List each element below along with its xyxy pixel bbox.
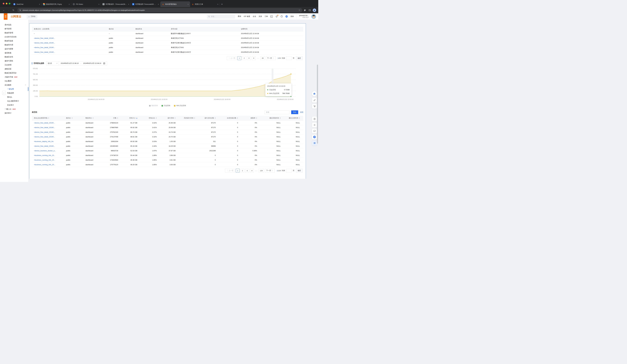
- page-number-button[interactable]: 1: [238, 56, 241, 60]
- sidebar-item[interactable]: 数据库管理: [0, 31, 28, 35]
- sidebar-item[interactable]: 参数设置: [0, 67, 28, 71]
- sortable-column-header[interactable]: 数据库名: [84, 116, 103, 120]
- browser-tab[interactable]: 时序数据库（TimescaleDB）- ×: [101, 1, 131, 7]
- nav-link[interactable]: ICP 备案: [244, 15, 250, 18]
- sidebar-item[interactable]: 大版本升级 NEW: [0, 75, 28, 79]
- next-page-button[interactable]: 下一页〉: [265, 169, 275, 172]
- sort-icon[interactable]: [299, 117, 300, 119]
- browser-tab[interactable]: RDS管理控制台 ×: [160, 1, 190, 7]
- table-name-link[interactable]: +device_flow_detail_20240...: [34, 47, 55, 49]
- tab-close-icon[interactable]: ×: [188, 3, 189, 5]
- address-bar[interactable]: rdsnext.console.aliyun.com/detail/pgm-2z…: [17, 8, 302, 12]
- sortable-column-header[interactable]: 空间大小: [121, 116, 141, 120]
- site-permissions-icon[interactable]: [19, 9, 21, 11]
- tab-close-icon[interactable]: ×: [158, 3, 159, 5]
- table-name-link[interactable]: +business_running_info_20...: [34, 164, 55, 165]
- goto-page-input[interactable]: [286, 56, 292, 60]
- tablespace-search-input[interactable]: [264, 110, 289, 114]
- products-menu-button[interactable]: [4, 13, 7, 20]
- last-page-button[interactable]: 28: [261, 56, 265, 60]
- language-switch[interactable]: 简体: [290, 15, 294, 18]
- sort-icon[interactable]: [280, 117, 281, 119]
- export-button[interactable]: 导出: [291, 110, 298, 114]
- side-panel-icon[interactable]: [308, 9, 312, 11]
- sortable-column-header[interactable]: 行数: [103, 116, 121, 120]
- back-button[interactable]: ←: [2, 9, 6, 11]
- sidebar-item[interactable]: 数据库代理: [0, 43, 28, 47]
- time-range-select[interactable]: 近1天: [46, 61, 59, 65]
- cloudshell-icon[interactable]: [270, 15, 273, 18]
- window-zoom-button[interactable]: [9, 3, 10, 4]
- legend-item[interactable]: 日志空间: [161, 104, 170, 107]
- sort-icon[interactable]: [48, 117, 49, 119]
- sidebar-item[interactable]: 慢SQL: [0, 95, 28, 99]
- sidebar-item[interactable]: 监控与报警: [0, 47, 28, 51]
- legend-item[interactable]: 数据空间: [149, 104, 158, 107]
- date-range-picker[interactable]: 2024年8月11日 22:36:10 - 2024年8月12日 22:36:1…: [59, 61, 107, 65]
- sortable-column-header[interactable]: 索引空间: [160, 116, 179, 120]
- bookmark-star-icon[interactable]: ☆: [299, 9, 300, 11]
- chat-button[interactable]: [312, 128, 317, 133]
- table-name-link[interactable]: +device_flow_detail_20240...: [34, 37, 55, 39]
- table-name-link[interactable]: +device_business_docker_a...: [34, 150, 56, 152]
- sidebar-item[interactable]: 数据库连接: [0, 39, 28, 43]
- browser-tab[interactable]: NextChat ×: [12, 1, 42, 7]
- table-name-link[interactable]: +business_running_info_20...: [34, 155, 55, 156]
- sortable-column-header[interactable]: 表名(点击查看详情): [32, 116, 64, 120]
- sort-icon[interactable]: [175, 117, 176, 119]
- nav-link[interactable]: 企业: [253, 15, 256, 18]
- table-name-link[interactable]: +device_flow_detail_20240...: [34, 136, 55, 138]
- trend-line-chart[interactable]: 0.0G195.3G390.6G585.9G781.3G976.6G2024年8…: [32, 66, 303, 104]
- sort-icon[interactable]: [72, 117, 73, 119]
- sort-icon[interactable]: [156, 117, 157, 119]
- document-button[interactable]: [312, 116, 317, 121]
- sort-icon[interactable]: [194, 117, 195, 119]
- page-number-button[interactable]: 2: [242, 56, 246, 60]
- sort-icon[interactable]: [93, 117, 94, 119]
- url-text[interactable]: rdsnext.console.aliyun.com/detail/pgm-2z…: [22, 9, 297, 11]
- sortable-column-header[interactable]: 空间占比: [141, 116, 160, 120]
- sort-icon[interactable]: [117, 117, 118, 119]
- sidebar-item[interactable]: 日志管理: [0, 63, 28, 67]
- apps-grid-button[interactable]: [312, 141, 317, 146]
- sortable-column-header[interactable]: 最近分析时间: [284, 116, 303, 120]
- tab-close-icon[interactable]: ×: [128, 3, 129, 5]
- table-name-link[interactable]: +business_deploy_info_his: [34, 141, 53, 142]
- cart-button[interactable]: [312, 104, 317, 109]
- feedback-pencil-button[interactable]: [312, 98, 317, 103]
- page-number-button[interactable]: 4: [252, 56, 256, 60]
- sidebar-item[interactable]: 备份恢复: [0, 51, 28, 55]
- global-search[interactable]: [207, 14, 235, 19]
- extensions-puzzle-icon[interactable]: [303, 9, 307, 11]
- table-name-link[interactable]: +device_flow_detail_20240...: [34, 127, 55, 128]
- tab-close-icon[interactable]: ×: [99, 3, 100, 5]
- prev-page-button[interactable]: 〈上一页: [227, 56, 237, 60]
- last-page-button[interactable]: 129: [259, 169, 264, 172]
- user-avatar[interactable]: [311, 14, 316, 19]
- sort-icon-active[interactable]: [136, 117, 137, 119]
- browser-tab[interactable]: 数据库高可用 | Pigsty ×: [42, 1, 71, 7]
- sortable-column-header[interactable]: 列存索引空间: [179, 116, 198, 120]
- sort-icon[interactable]: [237, 117, 238, 119]
- sidebar-item[interactable]: 一键上云 NEW: [0, 107, 28, 111]
- tab-close-icon[interactable]: ×: [39, 3, 40, 5]
- sortable-column-header[interactable]: 最近回收时间: [260, 116, 284, 120]
- table-name-link[interactable]: +business_running_info_20...: [34, 159, 55, 161]
- sidebar-item[interactable]: 自治服务: [0, 83, 28, 87]
- table-name-link[interactable]: –: [34, 33, 35, 35]
- assistant-plane-button[interactable]: [312, 134, 317, 140]
- table-name-link[interactable]: +device_flow_detail_20240...: [34, 42, 55, 44]
- new-tab-button[interactable]: +: [220, 1, 224, 7]
- sidebar-item[interactable]: 数据迁移及同步: [0, 71, 28, 75]
- sidebar-item[interactable]: 基本信息: [0, 23, 28, 27]
- help-link[interactable]: 说明: [300, 111, 303, 113]
- sidebar-collapse-handle[interactable]: ›: [2, 91, 5, 95]
- notifications-bell-icon[interactable]: [275, 15, 278, 18]
- sortable-column-header[interactable]: 全表扫描次数: [219, 116, 241, 120]
- tab-close-icon[interactable]: ×: [217, 3, 218, 5]
- forward-button[interactable]: →: [6, 9, 11, 11]
- assistant-robot-button[interactable]: [312, 91, 317, 96]
- browser-tab[interactable]: PG Notes ×: [71, 1, 101, 7]
- sidebar-item[interactable]: 白名单与安全组: [0, 35, 28, 39]
- window-close-button[interactable]: [3, 3, 4, 4]
